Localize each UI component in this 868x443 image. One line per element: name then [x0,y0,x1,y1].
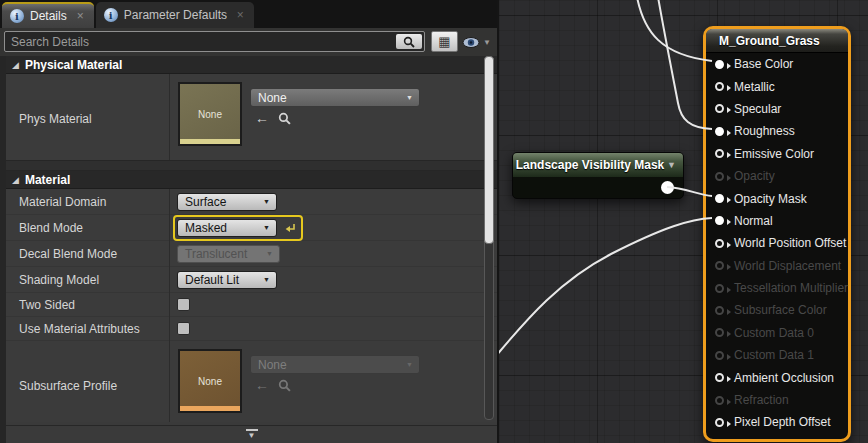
pin-label: Opacity Mask [734,192,807,206]
search-icon[interactable] [396,34,422,49]
chevron-down-icon: ▼ [406,361,419,368]
section-header-physical-material[interactable]: ◢ Physical Material [6,56,497,74]
pin-ambient-occlusion[interactable]: Ambient Occlusion [706,366,848,388]
pin-label: Base Color [734,57,793,71]
pin-circle-icon [715,261,724,270]
tab-parameter-defaults[interactable]: i Parameter Defaults × [96,2,254,28]
row-shading-model: Shading Model Default Lit ▼ [6,267,497,293]
node-header[interactable]: Landscape Visibility Mask ▼ [513,153,683,177]
property-label: Use Material Attributes [6,322,169,336]
pin-base-color[interactable]: Base Color [706,53,848,75]
material-node-pins: Base ColorMetallicSpecularRoughnessEmiss… [706,53,848,439]
eye-icon [462,37,480,48]
pin-label: Ambient Occlusion [734,371,834,385]
shading-model-dropdown[interactable]: Default Lit ▼ [177,271,277,289]
tab-details[interactable]: i Details × [2,2,94,28]
pin-pixel-depth-offset[interactable]: Pixel Depth Offset [706,411,848,433]
pin-specular[interactable]: Specular [706,98,848,120]
blend-mode-dropdown[interactable]: Masked ▼ [177,219,277,237]
details-panel: i Details × i Parameter Defaults × ▦ ▼ [0,0,497,443]
view-options-button[interactable]: ▼ [462,33,494,51]
node-title: Landscape Visibility Mask [513,158,667,172]
section-title: Physical Material [25,58,122,72]
chevron-down-icon: ▼ [483,38,491,47]
pin-circle-icon [715,82,724,91]
pin-emissive-color[interactable]: Emissive Color [706,143,848,165]
row-phys-material: Phys Material None None ▼ ← [6,74,497,160]
subsurface-profile-dropdown: None ▼ [250,355,420,374]
pin-tessellation-multiplier: Tessellation Multiplier [706,277,848,299]
property-label: Subsurface Profile [6,349,169,413]
expand-advanced-icon[interactable]: ▼ [246,429,258,440]
pin-circle-icon [715,172,724,181]
property-label: Two Sided [6,298,169,312]
scrollbar-thumb[interactable] [484,56,494,244]
property-label: Phys Material [6,82,169,151]
pin-label: Subsurface Color [734,303,827,317]
browse-asset-icon[interactable] [278,112,291,125]
pin-circle-icon [715,351,724,360]
pin-label: World Position Offset [734,236,846,250]
property-label: Blend Mode [6,221,169,235]
property-label: Material Domain [6,195,169,209]
browse-asset-icon [278,379,291,392]
unreal-material-editor: i Details × i Parameter Defaults × ▦ ▼ [0,0,868,443]
pin-world-displacement: World Displacement [706,255,848,277]
pin-circle-icon [715,149,724,158]
section-body-material: Material Domain Surface ▼ Blend Mode Mas… [6,189,497,422]
asset-thumbnail[interactable]: None [178,82,242,146]
property-list: ◢ Physical Material Phys Material None N… [6,56,497,425]
node-header[interactable]: M_Ground_Grass [706,29,848,53]
pin-circle-icon [715,396,724,405]
pin-label: World Displacement [734,259,841,273]
landscape-visibility-mask-node[interactable]: Landscape Visibility Mask ▼ [512,152,684,199]
row-subsurface-profile: Subsurface Profile None None ▼ ← [6,341,497,422]
output-pin[interactable] [661,181,674,194]
section-header-material[interactable]: ◢ Material [6,171,497,189]
tab-label: Details [30,9,67,23]
pin-world-position-offset[interactable]: World Position Offset [706,232,848,254]
pin-opacity-mask[interactable]: Opacity Mask [706,187,848,209]
tab-bar: i Details × i Parameter Defaults × [0,0,497,28]
pin-label: Pixel Depth Offset [734,415,831,429]
use-material-attributes-checkbox[interactable] [177,322,190,335]
use-selected-asset-icon[interactable]: ← [255,111,269,125]
property-label: Shading Model [6,273,169,287]
material-result-node[interactable]: M_Ground_Grass Base ColorMetallicSpecula… [703,26,851,442]
row-use-material-attributes: Use Material Attributes [6,317,497,341]
pin-label: Roughness [734,124,795,138]
pin-label: Normal [734,214,773,228]
pin-circle-icon [715,127,724,136]
property-matrix-icon[interactable]: ▦ [431,31,458,52]
two-sided-checkbox[interactable] [177,298,190,311]
close-icon[interactable]: × [237,8,244,22]
pin-circle-icon [715,373,724,382]
pin-subsurface-color: Subsurface Color [706,299,848,321]
reset-to-default-icon[interactable] [284,222,296,234]
row-material-domain: Material Domain Surface ▼ [6,189,497,215]
phys-material-dropdown[interactable]: None ▼ [250,88,420,107]
section-gap [6,160,497,171]
pin-label: Specular [734,102,781,116]
pin-label: Custom Data 1 [734,348,814,362]
pin-custom-data-0: Custom Data 0 [706,322,848,344]
pin-roughness[interactable]: Roughness [706,120,848,142]
pin-circle-icon [715,194,724,203]
tab-label: Parameter Defaults [124,8,227,22]
info-icon: i [10,9,24,23]
material-graph-panel[interactable]: Landscape Visibility Mask ▼ M_Ground_Gra… [497,0,868,443]
close-icon[interactable]: × [77,9,84,23]
pin-normal[interactable]: Normal [706,210,848,232]
chevron-down-icon: ▼ [266,250,279,257]
material-domain-dropdown[interactable]: Surface ▼ [177,193,277,211]
section-expand-icon: ◢ [12,60,19,70]
search-input[interactable] [11,32,391,51]
pin-metallic[interactable]: Metallic [706,75,848,97]
asset-thumbnail[interactable]: None [178,349,242,413]
details-toolbar: ▦ ▼ [0,28,497,56]
row-blend-mode: Blend Mode Masked ▼ [6,215,497,241]
section-expand-icon: ◢ [12,175,19,185]
row-decal-blend-mode: Decal Blend Mode Translucent ▼ [6,241,497,267]
chevron-down-icon: ▼ [263,276,276,283]
pin-circle-icon [715,328,724,337]
